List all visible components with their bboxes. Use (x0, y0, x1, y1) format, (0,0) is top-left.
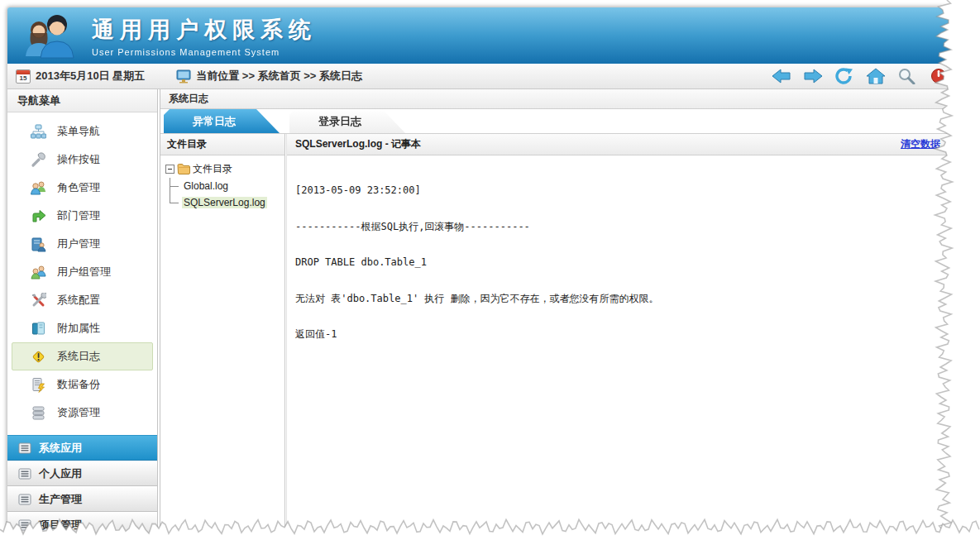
sidebar-item-system-logs[interactable]: 系统日志 (12, 342, 153, 370)
content-area: 系统日志 异常日志 登录日志 文件目录 (160, 89, 952, 533)
sidebar-item-extra-attributes[interactable]: 附加属性 (12, 314, 153, 342)
log-line: DROP TABLE dbo.Table_1 (295, 256, 944, 269)
folder-icon (177, 163, 190, 174)
back-icon[interactable] (772, 68, 791, 84)
list-icon (18, 494, 31, 505)
sitemap-icon (30, 123, 46, 140)
section-label: 系统应用 (39, 441, 82, 456)
log-line: 返回值-1 (295, 328, 944, 341)
database-icon (30, 404, 46, 421)
sidebar-section-personal-apps[interactable]: 个人应用 (7, 461, 157, 486)
sidebar-item-action-buttons[interactable]: 操作按钮 (12, 146, 153, 174)
log-line: -----------根据SQL执行,回滚事物----------- (295, 221, 944, 233)
date-text: 2013年5月10日 星期五 (36, 69, 145, 84)
warning-icon (30, 348, 46, 365)
calendar-icon: 15 (16, 69, 31, 84)
tab-exception-log[interactable]: 异常日志 (164, 109, 280, 133)
sidebar-item-system-config[interactable]: 系统配置 (12, 286, 153, 314)
sidebar-item-label: 数据备份 (57, 377, 100, 392)
forward-icon[interactable] (803, 68, 823, 84)
tree-panel-header: 文件目录 (160, 134, 284, 155)
sidebar-item-users[interactable]: 用户管理 (12, 230, 153, 258)
tab-label: 异常日志 (193, 115, 236, 127)
sidebar-item-label: 系统配置 (57, 293, 100, 308)
sidebar-item-departments[interactable]: 部门管理 (12, 202, 153, 230)
tree-root-node[interactable]: 文件目录 (164, 161, 281, 176)
file-name: Global.log (182, 180, 230, 192)
page-title: 系统日志 (160, 89, 952, 109)
refresh-icon[interactable] (834, 68, 854, 84)
toolbar-nav (772, 68, 952, 84)
sidebar-title: 导航菜单 (7, 89, 157, 112)
section-label: 项目管理 (39, 518, 82, 533)
logout-icon[interactable] (929, 68, 949, 84)
sidebar-section-project-mgmt[interactable]: 项目管理 (7, 512, 157, 534)
file-tree-panel: 文件目录 文件目录 Global.log (160, 134, 284, 533)
app-title: 通用用户权限系统 (92, 15, 317, 45)
sidebar-section-production-mgmt[interactable]: 生产管理 (7, 486, 157, 512)
sidebar-item-label: 系统日志 (57, 349, 100, 364)
sidebar-item-roles[interactable]: 角色管理 (12, 174, 153, 202)
date-display: 15 2013年5月10日 星期五 (16, 69, 145, 84)
books-icon (30, 320, 46, 337)
users-logo-icon (21, 12, 80, 60)
search-icon[interactable] (897, 68, 917, 84)
breadcrumb: 当前位置 >> 系统首页 >> 系统日志 (176, 69, 362, 84)
collapse-icon[interactable] (165, 165, 174, 174)
sidebar-item-label: 附加属性 (57, 321, 100, 336)
tree-root-label: 文件目录 (193, 162, 232, 176)
section-label: 个人应用 (39, 466, 82, 481)
app-window: 通用用户权限系统 User Permissions Management Sys… (7, 7, 953, 534)
sidebar-item-label: 用户组管理 (57, 265, 111, 280)
tree-file-sqlserverlog[interactable]: SQLServerLog.log (170, 194, 281, 211)
sidebar-item-label: 角色管理 (57, 180, 100, 195)
app-subtitle: User Permissions Management System (92, 47, 317, 57)
list-icon (18, 519, 31, 531)
user-book-icon (30, 236, 46, 252)
sidebar-item-label: 菜单导航 (57, 124, 100, 139)
tab-login-log[interactable]: 登录日志 (289, 109, 405, 133)
log-content: [2013-05-09 23:52:00] -----------根据SQL执行… (287, 155, 952, 533)
department-arrow-icon (30, 208, 46, 224)
backup-icon (30, 376, 46, 393)
section-label: 生产管理 (39, 492, 82, 507)
roles-icon (30, 179, 46, 196)
file-tree: 文件目录 Global.log SQLServerLog.log (160, 155, 284, 217)
tools-icon (30, 292, 46, 308)
wrench-icon (30, 151, 46, 168)
log-panel-title: SQLServerLog.log - 记事本 (295, 137, 421, 151)
list-icon (18, 468, 31, 480)
user-group-icon (30, 264, 46, 280)
log-panel: SQLServerLog.log - 记事本 清空数据 [2013-05-09 … (287, 134, 952, 533)
panels-row: 文件目录 文件目录 Global.log (160, 134, 952, 533)
file-name: SQLServerLog.log (182, 197, 267, 208)
screenshot-canvas: 通用用户权限系统 User Permissions Management Sys… (0, 0, 980, 559)
sidebar-item-label: 资源管理 (57, 405, 100, 420)
sidebar-item-label: 用户管理 (57, 236, 100, 251)
sidebar-item-data-backup[interactable]: 数据备份 (12, 370, 153, 399)
log-line: [2013-05-09 23:52:00] (295, 184, 944, 197)
tree-children: Global.log SQLServerLog.log (170, 178, 281, 211)
toolbar: 15 2013年5月10日 星期五 当前位置 >> 系统首页 >> 系统日志 (7, 64, 952, 89)
tree-file-global-log[interactable]: Global.log (170, 178, 281, 194)
breadcrumb-text: 当前位置 >> 系统首页 >> 系统日志 (196, 69, 362, 84)
sidebar-sections: 系统应用 个人应用 生产管理 (7, 435, 157, 534)
tab-bar: 异常日志 登录日志 (160, 109, 952, 134)
sidebar-item-menu-nav[interactable]: 菜单导航 (12, 117, 153, 146)
sidebar-menu: 菜单导航 操作按钮 (7, 112, 157, 427)
sidebar-section-system-apps[interactable]: 系统应用 (7, 435, 157, 461)
list-icon (18, 442, 31, 454)
tab-label: 登录日志 (318, 115, 361, 127)
sidebar-item-label: 操作按钮 (57, 152, 100, 167)
sidebar-item-label: 部门管理 (57, 208, 100, 223)
sidebar: 导航菜单 菜单导航 (7, 89, 158, 533)
app-header: 通用用户权限系统 User Permissions Management Sys… (7, 7, 952, 64)
monitor-icon (176, 69, 191, 84)
sidebar-item-resources[interactable]: 资源管理 (12, 399, 153, 427)
sidebar-item-user-groups[interactable]: 用户组管理 (12, 258, 153, 286)
log-line: 无法对 表'dbo.Table_1' 执行 删除，因为它不存在，或者您没有所需的… (295, 293, 944, 305)
main-row: 导航菜单 菜单导航 (7, 89, 952, 533)
home-icon[interactable] (866, 68, 886, 84)
clear-data-link[interactable]: 清空数据 (901, 137, 940, 151)
